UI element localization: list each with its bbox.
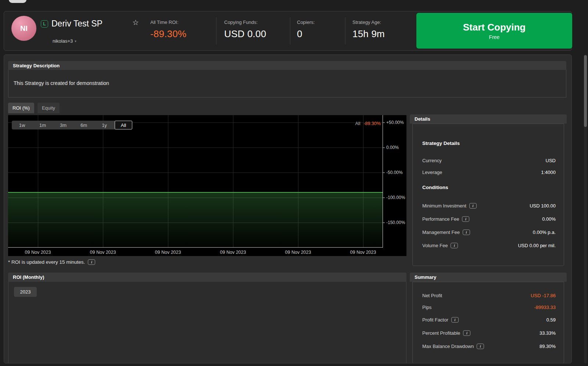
- detail-row-leverage: Leverage 1:4000: [413, 168, 564, 176]
- stat-all-time-roi: All Time ROI: -89.30%: [150, 19, 186, 40]
- range-button-1w[interactable]: 1w: [12, 121, 32, 129]
- summary-row-net-profit: Net Profit USD -17.86: [413, 291, 564, 299]
- detail-row-performance-fee: Performance Fee i 0.00%: [413, 215, 564, 223]
- stat-strategy-age: Strategy Age: 15h 9m: [352, 19, 385, 40]
- info-icon[interactable]: i: [463, 330, 470, 336]
- detail-value: USD 0.00 per mil.: [518, 243, 556, 248]
- x-axis-tick: 09 Nov 2023: [280, 250, 316, 255]
- strategy-header-panel: NI L Deriv Test SP ☆ nikolas+3 ▾ All Tim…: [4, 11, 572, 51]
- summary-label: Max Balance Drawdown: [422, 344, 474, 349]
- detail-label: Volume Fee: [422, 243, 448, 248]
- roi-update-footnote: * ROI is updated every 15 minutes. i: [8, 259, 95, 265]
- summary-label: Percent Profitable: [422, 330, 460, 336]
- detail-row-minimum-investment: Minimum Investment i USD 100.00: [413, 202, 564, 210]
- stat-copiers: Copiers: 0: [297, 19, 315, 40]
- detail-value: USD 100.00: [530, 203, 556, 209]
- roi-monthly-header: ROI (Monthly): [8, 273, 406, 282]
- stat-label: Strategy Age:: [352, 19, 385, 25]
- y-axis-tick: -50.00%: [383, 169, 406, 176]
- scrollbar-track[interactable]: [584, 54, 587, 363]
- tab-roi-percent[interactable]: ROI (%): [8, 103, 34, 113]
- summary-value: 0.59: [546, 317, 556, 323]
- x-axis-tick: 09 Nov 2023: [150, 250, 186, 255]
- summary-value: 89.30%: [539, 344, 556, 349]
- summary-row-percent-profitable: Percent Profitable i 33.33%: [413, 329, 564, 337]
- footnote-text: * ROI is updated every 15 minutes.: [8, 259, 85, 265]
- stat-value: 0: [297, 28, 315, 40]
- detail-row-management-fee: Management Fee i 0.00% p.a.: [413, 228, 564, 236]
- conditions-title: Conditions: [422, 185, 448, 190]
- favorite-star-icon[interactable]: ☆: [132, 18, 139, 27]
- summary-row-pips: Pips -89933.33: [413, 303, 564, 311]
- chart-tabs: ROI (%) Equity: [8, 103, 63, 113]
- back-button[interactable]: [9, 0, 26, 3]
- level-badge-letter: L: [43, 21, 46, 26]
- x-axis-tick: 09 Nov 2023: [19, 250, 56, 255]
- stat-label: Copying Funds:: [224, 19, 266, 25]
- stat-value: -89.30%: [150, 28, 186, 40]
- detail-label: Management Fee: [422, 230, 460, 235]
- info-icon[interactable]: i: [462, 216, 469, 222]
- info-icon[interactable]: i: [469, 203, 477, 209]
- legend-value: -89.30%: [363, 121, 381, 126]
- start-copying-sublabel: Free: [489, 34, 500, 40]
- stat-value: USD 0.00: [224, 28, 266, 40]
- y-axis-tick: +50.00%: [383, 119, 406, 126]
- summary-card: Net Profit USD -17.86 Pips -89933.33 Pro…: [412, 282, 564, 363]
- range-button-6m[interactable]: 6m: [74, 121, 94, 129]
- strategy-details-title: Strategy Details: [422, 141, 460, 146]
- detail-label: Performance Fee: [422, 216, 459, 222]
- roi-line: [8, 192, 383, 193]
- detail-row-volume-fee: Volume Fee i USD 0.00 per mil.: [413, 241, 564, 249]
- chart-range-selector: 1w 1m 3m 6m 1y All: [12, 121, 132, 129]
- range-button-1m[interactable]: 1m: [32, 121, 53, 129]
- detail-value: 1:4000: [541, 170, 556, 175]
- page-title: Deriv Test SP: [51, 19, 103, 29]
- details-header: Details: [410, 114, 567, 124]
- info-icon[interactable]: i: [463, 230, 470, 235]
- x-axis-tick: 09 Nov 2023: [215, 250, 251, 255]
- detail-value: 0.00% p.a.: [533, 230, 556, 235]
- divider: [290, 17, 290, 45]
- stat-value: 15h 9m: [352, 28, 385, 40]
- owner-dropdown[interactable]: nikolas+3 ▾: [53, 38, 76, 44]
- strategy-description-text: This Strategy is created for demonstrati…: [14, 80, 109, 86]
- stat-label: Copiers:: [297, 19, 315, 25]
- summary-value: USD -17.86: [531, 293, 556, 298]
- stat-label: All Time ROI:: [150, 19, 186, 25]
- scrollbar-thumb[interactable]: [584, 55, 587, 127]
- detail-value: 0.00%: [542, 216, 556, 222]
- roi-area-fill: [8, 193, 383, 248]
- tab-equity[interactable]: Equity: [37, 103, 60, 113]
- summary-value: 33.33%: [539, 330, 556, 336]
- divider: [345, 17, 345, 45]
- x-axis-tick: 09 Nov 2023: [345, 250, 381, 255]
- y-axis-tick: -100.00%: [383, 194, 406, 201]
- owner-name: nikolas+3: [53, 38, 73, 44]
- level-badge: L: [41, 20, 48, 28]
- year-2023-button[interactable]: 2023: [14, 287, 37, 297]
- summary-row-max-balance-drawdown: Max Balance Drawdown i 89.30%: [413, 342, 564, 350]
- range-button-3m[interactable]: 3m: [53, 121, 74, 129]
- y-axis-tick: 0.00%: [383, 144, 406, 151]
- content-panel: Strategy Description This Strategy is cr…: [4, 54, 572, 363]
- chart-legend: All -89.30%: [355, 121, 381, 126]
- info-icon[interactable]: i: [88, 259, 95, 265]
- roi-chart: 1w 1m 3m 6m 1y All All -89.30% +50.00% 0…: [8, 115, 406, 256]
- right-column: Details Strategy Details Currency USD Le…: [410, 55, 567, 363]
- divider: [216, 17, 216, 45]
- detail-value: USD: [546, 158, 556, 163]
- start-copying-label: Start Copying: [463, 22, 526, 33]
- range-button-all[interactable]: All: [115, 121, 132, 129]
- x-axis-tick: 09 Nov 2023: [85, 250, 121, 255]
- detail-label: Currency: [422, 158, 442, 163]
- y-axis-tick: -150.00%: [383, 219, 406, 226]
- chart-plot-area: [8, 115, 383, 248]
- start-copying-button[interactable]: Start Copying Free: [416, 13, 572, 49]
- info-icon[interactable]: i: [451, 317, 459, 323]
- info-icon[interactable]: i: [477, 344, 484, 349]
- summary-row-profit-factor: Profit Factor i 0.59: [413, 316, 564, 324]
- info-icon[interactable]: i: [451, 243, 458, 248]
- range-button-1y[interactable]: 1y: [94, 121, 115, 129]
- chevron-down-icon: ▾: [75, 39, 76, 43]
